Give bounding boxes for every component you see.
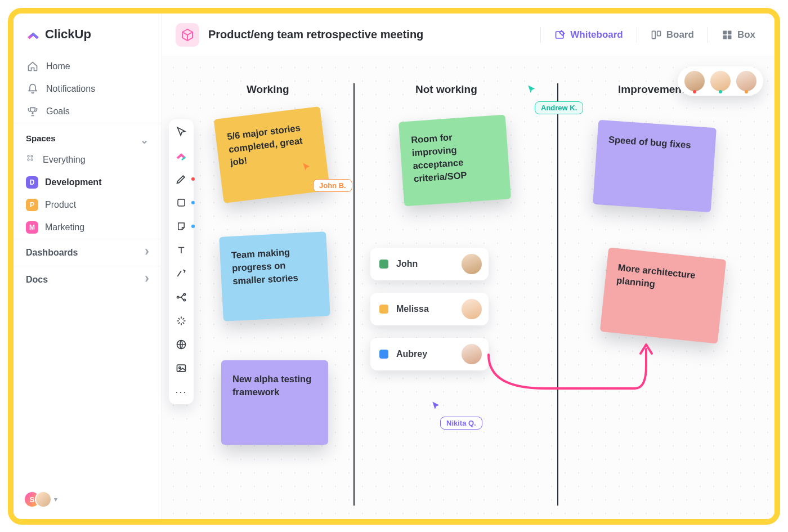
svg-rect-10: [728, 35, 732, 39]
tool-sticky[interactable]: [174, 220, 188, 233]
tool-image[interactable]: [174, 361, 188, 375]
tab-box[interactable]: Box: [716, 26, 761, 44]
svg-point-14: [183, 299, 185, 301]
square-icon: [176, 198, 186, 208]
nav-notifications[interactable]: Notifications: [20, 78, 155, 100]
tree-icon: [176, 292, 187, 303]
space-development[interactable]: D Development: [14, 171, 162, 194]
space-badge-p: P: [26, 199, 38, 211]
spaces-header-label: Spaces: [26, 133, 56, 143]
nav-dashboards-label: Dashboards: [26, 248, 78, 258]
user-switcher[interactable]: S ▾: [14, 486, 162, 512]
app-frame: ClickUp Home Notifications Goals: [8, 8, 780, 525]
person-card[interactable]: Aubrey: [370, 338, 489, 370]
sticky-note[interactable]: Speed of bug fixes: [593, 120, 717, 212]
color-indicator: [191, 225, 195, 228]
whiteboard-toolbar: ···: [169, 119, 194, 404]
remote-cursor-label: Andrew K.: [535, 101, 583, 114]
page-title: Product/eng team retrospective meeting: [208, 28, 423, 41]
tool-pen[interactable]: [174, 172, 188, 186]
presence-avatar[interactable]: [736, 71, 756, 91]
tool-sparkle[interactable]: [174, 314, 188, 328]
chevron-down-icon: ▾: [54, 495, 57, 503]
person-color-icon: [379, 350, 388, 359]
person-name: Melissa: [396, 304, 454, 314]
sticky-note[interactable]: More architecture planning: [600, 247, 727, 343]
svg-rect-11: [178, 199, 185, 206]
spaces-header[interactable]: Spaces: [14, 123, 162, 149]
image-icon: [176, 363, 187, 374]
chevron-right-icon: [145, 247, 149, 258]
board-icon: [651, 29, 662, 41]
space-marketing[interactable]: M Marketing: [14, 216, 162, 239]
svg-point-2: [28, 159, 29, 160]
nav-dashboards[interactable]: Dashboards: [14, 239, 162, 266]
svg-point-0: [28, 155, 29, 157]
tab-whiteboard-label: Whiteboard: [570, 29, 623, 41]
connector-arrow[interactable]: [477, 338, 657, 417]
whiteboard-canvas[interactable]: Working Not working Improvements: [162, 56, 774, 519]
tool-connector[interactable]: [174, 267, 188, 280]
presence-avatar[interactable]: [684, 71, 705, 91]
chevron-right-icon: [145, 274, 149, 285]
svg-point-17: [179, 367, 181, 369]
bell-icon: [27, 83, 38, 95]
presence-avatars[interactable]: [678, 66, 763, 96]
cube-icon: [181, 28, 194, 42]
column-working-title: Working: [247, 83, 289, 96]
tool-clickup[interactable]: [174, 149, 188, 162]
color-indicator: [191, 201, 195, 204]
text-icon: [176, 245, 186, 255]
space-product-label: Product: [45, 200, 76, 210]
nav-notifications-label: Notifications: [46, 84, 95, 94]
svg-rect-7: [723, 30, 727, 34]
page-icon[interactable]: [176, 23, 199, 47]
person-card[interactable]: John: [370, 248, 489, 280]
nav-goals[interactable]: Goals: [20, 100, 155, 123]
nav-home-label: Home: [46, 61, 70, 71]
logo[interactable]: ClickUp: [14, 24, 162, 55]
svg-rect-6: [657, 31, 660, 35]
tab-board[interactable]: Board: [645, 26, 700, 44]
tool-cursor[interactable]: [174, 125, 188, 138]
column-divider: [557, 83, 558, 506]
person-name: John: [396, 259, 454, 269]
sticky-note[interactable]: New alpha testing framework: [221, 360, 328, 445]
sticky-note[interactable]: Room for improving acceptance criteria/S…: [399, 115, 511, 207]
everything-icon: [26, 154, 36, 166]
pen-icon: [176, 173, 187, 185]
space-development-label: Development: [45, 177, 101, 187]
trophy-icon: [27, 106, 38, 117]
color-indicator: [191, 177, 195, 181]
nav-home[interactable]: Home: [20, 55, 155, 78]
svg-point-12: [177, 296, 179, 298]
tool-shape[interactable]: [174, 196, 188, 209]
remote-cursor-icon: [302, 162, 312, 172]
space-everything[interactable]: Everything: [14, 149, 162, 171]
svg-rect-5: [652, 31, 655, 38]
tool-more[interactable]: ···: [174, 385, 188, 399]
presence-avatar[interactable]: [710, 71, 731, 91]
remote-cursor-icon: [431, 401, 441, 411]
svg-rect-8: [728, 30, 732, 34]
tool-tree[interactable]: [174, 290, 188, 304]
brand-name: ClickUp: [45, 27, 91, 42]
primary-nav: Home Notifications Goals: [14, 55, 162, 123]
tab-board-label: Board: [666, 29, 694, 41]
tab-whiteboard[interactable]: Whiteboard: [549, 26, 629, 44]
clickup-logo-icon: [26, 27, 41, 42]
sparkle-icon: [176, 315, 187, 327]
topbar: Product/eng team retrospective meeting W…: [162, 14, 774, 56]
space-marketing-label: Marketing: [45, 222, 84, 233]
space-product[interactable]: P Product: [14, 194, 162, 216]
tool-text[interactable]: [174, 243, 188, 257]
space-badge-m: M: [26, 221, 38, 234]
divider: [637, 27, 637, 43]
avatar: [462, 299, 482, 319]
svg-rect-16: [177, 365, 186, 372]
sticky-note[interactable]: Team making progress on smaller stories: [219, 231, 330, 321]
sticky-icon: [176, 221, 186, 231]
tool-globe[interactable]: [174, 338, 188, 351]
nav-docs[interactable]: Docs: [14, 266, 162, 293]
person-card[interactable]: Melissa: [370, 293, 489, 325]
